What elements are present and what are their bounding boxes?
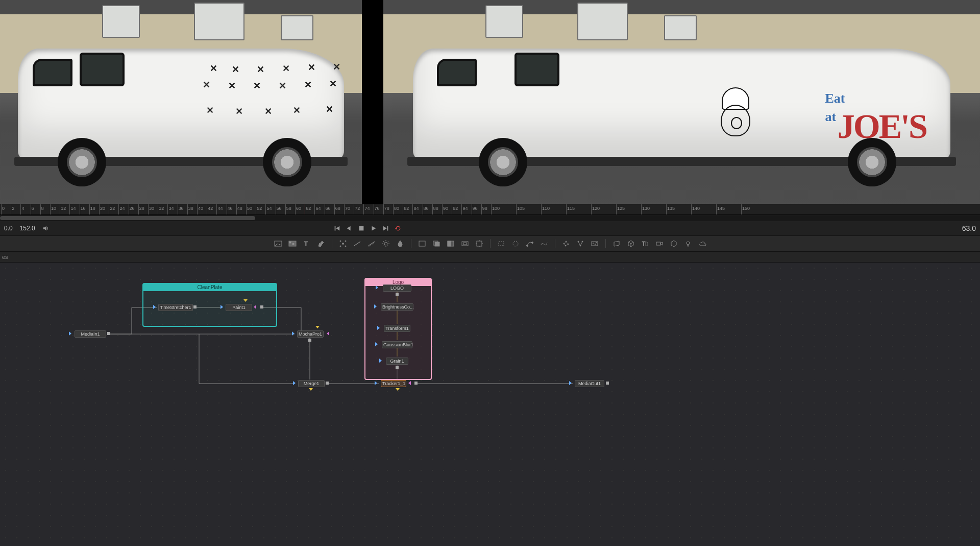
play-button[interactable]: [370, 225, 377, 232]
port-in[interactable]: [377, 326, 380, 330]
fog-tool-icon[interactable]: [696, 238, 709, 249]
ellipse-mask-icon[interactable]: [509, 238, 522, 249]
port-out[interactable]: [396, 293, 399, 296]
colorcorrector-tool-icon[interactable]: [351, 238, 364, 249]
node-graph[interactable]: CleanPlate Logo MediaIn1 TimeStretcher1 …: [0, 263, 980, 546]
output-viewer[interactable]: Eat at JOE'S: [383, 0, 980, 204]
range-start[interactable]: 0.0: [4, 225, 13, 232]
port-in[interactable]: [220, 305, 223, 309]
particles-tool-icon[interactable]: [559, 238, 573, 249]
node-timestretcher1[interactable]: TimeStretcher1: [158, 304, 193, 311]
paint-tool-icon[interactable]: [314, 238, 328, 249]
merge-tool-icon[interactable]: [430, 238, 443, 249]
mattecontrol-tool-icon[interactable]: [415, 238, 429, 249]
port-in[interactable]: [293, 381, 296, 385]
speaker-icon[interactable]: [42, 225, 50, 232]
port-fg[interactable]: [309, 388, 313, 391]
source-viewer[interactable]: ✕ ✕ ✕ ✕ ✕ ✕ ✕ ✕ ✕ ✕ ✕ ✕ ✕ ✕ ✕ ✕ ✕: [0, 0, 362, 204]
port-out[interactable]: [260, 305, 263, 308]
stop-button[interactable]: [358, 225, 365, 232]
polygon-mask-icon[interactable]: [523, 238, 536, 249]
port-in[interactable]: [153, 305, 156, 309]
background-tool-icon[interactable]: [272, 238, 285, 249]
port-mask[interactable]: [408, 381, 411, 385]
scrollbar-thumb[interactable]: [0, 216, 255, 220]
loop-button[interactable]: [395, 225, 402, 232]
node-merge1[interactable]: Merge1: [298, 380, 325, 387]
port-out[interactable]: [193, 305, 197, 308]
port-in[interactable]: [379, 359, 382, 363]
port-in[interactable]: [569, 381, 572, 385]
svg-point-29: [582, 241, 583, 242]
logo-at: at: [825, 109, 836, 125]
svg-point-11: [384, 242, 387, 245]
range-end[interactable]: 152.0: [20, 225, 35, 232]
port-fg[interactable]: [396, 388, 400, 391]
prender-tool-icon[interactable]: [574, 238, 587, 249]
shape3d-tool-icon[interactable]: [624, 238, 638, 249]
first-frame-button[interactable]: [333, 225, 340, 232]
light-tool-icon[interactable]: [681, 238, 695, 249]
port-mask[interactable]: [327, 331, 329, 336]
bspline-mask-icon[interactable]: [537, 238, 551, 249]
brightness-tool-icon[interactable]: [379, 238, 393, 249]
port-out[interactable]: [606, 382, 609, 385]
playhead[interactable]: [305, 204, 305, 215]
node-mediaout1[interactable]: MediaOut1: [575, 380, 604, 387]
svg-rect-14: [435, 242, 439, 246]
port-in[interactable]: [374, 304, 377, 308]
rectangle-mask-icon[interactable]: [495, 238, 508, 249]
node-brightnesscontrast[interactable]: BrightnessCo...: [381, 303, 413, 311]
svg-rect-4: [292, 243, 294, 245]
port-out[interactable]: [414, 382, 418, 385]
svg-rect-0: [359, 226, 363, 231]
port-out[interactable]: [107, 332, 110, 335]
prev-frame-button[interactable]: [346, 225, 353, 232]
drop-tool-icon[interactable]: [394, 238, 407, 249]
port-top[interactable]: [315, 326, 320, 328]
port-in[interactable]: [375, 381, 377, 385]
port-out[interactable]: [396, 366, 399, 369]
port-in[interactable]: [376, 286, 378, 290]
pemitter-tool-icon[interactable]: [588, 238, 601, 249]
imageplane-tool-icon[interactable]: [610, 238, 623, 249]
renderer3d-tool-icon[interactable]: [667, 238, 680, 249]
node-paint1[interactable]: Paint1: [226, 304, 252, 311]
port-in[interactable]: [375, 342, 378, 346]
flow-tabs[interactable]: es: [0, 252, 980, 263]
node-transform1[interactable]: Transform1: [384, 325, 410, 332]
separator: [555, 239, 555, 248]
transport-controls: [333, 225, 402, 232]
node-grain1[interactable]: Grain1: [386, 358, 408, 365]
current-frame[interactable]: 63.0: [962, 224, 976, 232]
port-mask[interactable]: [254, 305, 256, 309]
port-in[interactable]: [69, 331, 71, 336]
fastnoise-tool-icon[interactable]: [286, 238, 299, 249]
port-in[interactable]: [292, 331, 295, 336]
text3d-tool-icon[interactable]: T: [639, 238, 652, 249]
node-tracker1-1[interactable]: Tracker1_1: [381, 380, 406, 387]
node-mediain1[interactable]: MediaIn1: [75, 330, 106, 338]
svg-rect-17: [462, 242, 468, 246]
svg-point-33: [595, 244, 596, 245]
text-tool-icon[interactable]: T: [300, 238, 313, 249]
timeline-ruler[interactable]: 0246810121416182022242628303234363840424…: [0, 204, 980, 215]
tab-label[interactable]: es: [2, 254, 8, 260]
tracker-tool-icon[interactable]: [336, 238, 350, 249]
timeline-scrollbar[interactable]: [0, 215, 980, 221]
last-frame-button[interactable]: [382, 225, 389, 232]
svg-text:T: T: [304, 241, 308, 247]
transform-tool-icon[interactable]: [473, 238, 486, 249]
port-top[interactable]: [243, 299, 248, 302]
channelboolean-tool-icon[interactable]: [444, 238, 457, 249]
resize-tool-icon[interactable]: [458, 238, 472, 249]
port-out[interactable]: [308, 339, 311, 342]
node-logo[interactable]: LOGO: [383, 284, 411, 292]
camera3d-tool-icon[interactable]: [653, 238, 666, 249]
port-out[interactable]: [326, 382, 329, 385]
node-gaussianblur1[interactable]: GaussianBlur1: [382, 341, 412, 348]
blur-tool-icon[interactable]: [365, 238, 378, 249]
svg-rect-31: [592, 242, 598, 246]
svg-rect-3: [289, 242, 291, 243]
node-mochapro1[interactable]: MochaPro1: [297, 330, 324, 338]
